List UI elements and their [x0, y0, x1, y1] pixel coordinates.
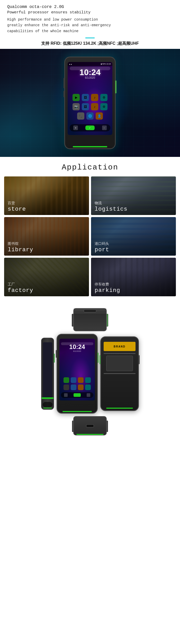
app-card-store-cn: 百货 — [8, 201, 85, 205]
bottom-view-row — [3, 416, 177, 435]
phone-side-btn — [54, 354, 55, 363]
phone-outer: ● ● ▮ 50% 10:24 10:24 6/1/2020 ▶ 🖼 ♪ ⚙ 📷… — [64, 57, 116, 149]
front-icon-3 — [78, 377, 84, 383]
phone-side-button-bottom — [64, 91, 65, 97]
phone-top-side-right — [106, 314, 108, 327]
phone-side-screen — [43, 342, 52, 398]
phone-back-bottom-green — [106, 408, 133, 409]
phone-back-brand-text: BRAND — [114, 345, 125, 348]
phone-side-green — [43, 408, 52, 408]
phone-top-btn — [84, 309, 96, 312]
phone-bottom-side-left — [72, 421, 74, 432]
app-icon-7: ♪ — [91, 103, 98, 110]
phone-side-button-right — [115, 80, 116, 93]
front-nav-back — [87, 393, 90, 397]
phone-back-stripe-top — [104, 353, 136, 354]
nav-dot-menu: ≡ — [73, 126, 78, 130]
phone-bottom-green-strip — [73, 146, 107, 147]
app-icon-3: ♪ — [91, 94, 98, 101]
front-icon-8 — [85, 384, 91, 390]
front-icon-5 — [64, 384, 69, 390]
app-card-factory: 工厂 factory — [4, 258, 89, 296]
phone-back-view: BRAND — [100, 336, 139, 411]
app-card-parking: 停车收费 parking — [91, 258, 176, 296]
app-card-store-text: 百货 store — [8, 201, 85, 212]
app-card-logistics-text: 物流 logistics — [95, 201, 172, 212]
status-bar-right: ▮ 50% 10:24 — [101, 63, 111, 65]
headline-line1: Qualcomm octa-core 2.0G — [7, 5, 173, 9]
phone-side-green-stripe — [42, 397, 53, 399]
headline-line3: High performance and low power consumpti… — [7, 17, 173, 34]
phone-top-view — [73, 308, 107, 331]
application-section: Application 百货 store 物流 logistics 图书馆 li… — [0, 157, 180, 300]
nav-dot-home: ✓ — [85, 126, 95, 130]
phone-front-right-btn — [97, 353, 98, 363]
phone-app-icons: ▶ 🖼 ♪ ⚙ 📷 🖼 ♪ ⚙ 📞 🌐 👤 — [68, 94, 112, 120]
phone-time: 10:24 — [68, 68, 112, 77]
app-card-library-cn: 图书馆 — [8, 242, 85, 246]
phone-date: 6/1/2020 — [68, 76, 112, 79]
top-text-section: Qualcomm octa-core 2.0G Powerful process… — [0, 0, 180, 49]
app-card-library-en: library — [8, 247, 85, 253]
phone-mockup: ● ● ▮ 50% 10:24 10:24 6/1/2020 ▶ 🖼 ♪ ⚙ 📷… — [64, 57, 116, 149]
front-icon-6 — [71, 384, 76, 390]
nav-dot-back: ← — [102, 126, 107, 130]
front-icon-4 — [85, 377, 91, 383]
app-icon-8: ⚙ — [100, 103, 107, 110]
app-card-parking-en: parking — [95, 287, 172, 294]
phone-back-stripe-bottom — [104, 373, 136, 374]
phone-front-view: 10:24 6/1/2020 — [57, 334, 98, 414]
app-card-logistics-en: logistics — [95, 206, 172, 212]
app-icon-11: 👤 — [96, 112, 103, 120]
front-icon-1 — [64, 377, 69, 383]
app-icon-9: 📞 — [77, 112, 84, 120]
phone-top-side-left — [72, 314, 74, 327]
app-icon-5: 📷 — [73, 103, 80, 110]
app-icon-6: 🖼 — [82, 103, 89, 110]
application-grid: 百货 store 物流 logistics 图书馆 library 港 — [4, 176, 176, 296]
phone-front-screen: 10:24 6/1/2020 — [59, 339, 95, 400]
app-card-port-text: 港口码头 port — [95, 242, 172, 253]
phone-side-nav — [43, 402, 52, 407]
phone-back-brand: BRAND — [104, 342, 136, 351]
app-card-library: 图书馆 library — [4, 217, 89, 256]
app-card-factory-en: factory — [8, 287, 85, 294]
app-card-store: 百货 store — [4, 176, 89, 215]
hero-section: ● ● ▮ 50% 10:24 10:24 6/1/2020 ▶ 🖼 ♪ ⚙ 📷… — [0, 49, 180, 157]
app-card-logistics-cn: 物流 — [95, 201, 172, 205]
application-title: Application — [4, 163, 176, 172]
main-views-row: 10:24 6/1/2020 — [3, 334, 177, 414]
phone-front-left-btn — [56, 350, 57, 358]
app-icon-1: ▶ — [73, 94, 80, 101]
app-card-factory-cn: 工厂 — [8, 282, 85, 287]
phone-front-nav — [61, 392, 93, 398]
product-views-section: 10:24 6/1/2020 — [0, 300, 180, 441]
phone-front-date: 6/1/2020 — [59, 350, 95, 352]
front-icon-2 — [71, 377, 76, 383]
app-card-factory-text: 工厂 factory — [8, 282, 85, 294]
headline-line2: Powerful processor ensures stability — [7, 10, 173, 15]
front-icon-7 — [78, 384, 84, 390]
front-nav-home — [74, 393, 81, 397]
phone-bottom-side-right — [106, 421, 108, 432]
app-card-port-en: port — [95, 247, 172, 253]
phone-nav-bar: ≡ ✓ ← — [70, 124, 110, 131]
phone-status-bar: ● ● ▮ 50% 10:24 — [68, 62, 112, 66]
app-card-port: 港口码头 port — [91, 217, 176, 256]
phone-back-left-btn — [100, 355, 101, 364]
app-card-library-text: 图书馆 library — [8, 242, 85, 253]
app-icon-2: 🖼 — [82, 94, 89, 101]
front-nav-menu — [64, 393, 68, 397]
app-card-port-cn: 港口码头 — [95, 242, 172, 246]
phone-bottom-stripe — [76, 434, 104, 435]
app-card-store-en: store — [8, 206, 85, 212]
phone-bottom-view — [73, 416, 107, 435]
app-card-parking-text: 停车收费 parking — [95, 282, 172, 294]
app-icon-4: ⚙ — [100, 94, 107, 101]
phone-front-time: 10:24 — [59, 343, 95, 351]
top-view-row — [3, 308, 177, 331]
phone-back-right-btn — [139, 355, 140, 364]
phone-screen: ● ● ▮ 50% 10:24 10:24 6/1/2020 ▶ 🖼 ♪ ⚙ 📷… — [68, 62, 112, 135]
rfid-label: 支持 RFID: 低频125K/ 134.2K ;高频NFC ;超高频UHF — [7, 41, 173, 46]
phone-front-icons — [60, 377, 94, 390]
